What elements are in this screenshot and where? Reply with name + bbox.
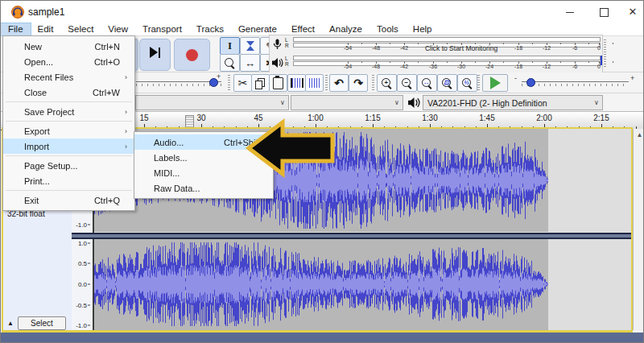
- play-speed-icon: [490, 76, 501, 89]
- scroll-up-icon[interactable]: ▲: [634, 131, 644, 138]
- envelope-tool-button[interactable]: [240, 37, 260, 55]
- zoom-out-button[interactable]: −: [397, 74, 417, 92]
- file-menu-item-export[interactable]: Export›: [3, 123, 134, 138]
- highlight-arrow: [241, 116, 339, 182]
- menubar-item-effect[interactable]: Effect: [284, 23, 322, 35]
- file-menu-item-import[interactable]: Import›: [3, 138, 134, 154]
- monitoring-hint-text[interactable]: Click to Start Monitoring: [425, 44, 497, 52]
- file-menu-item-recent-files[interactable]: Recent Files›: [3, 69, 134, 85]
- timeshift-icon: ↔: [245, 57, 255, 69]
- trim-audio-icon: [291, 78, 303, 88]
- mixer-slider-knob[interactable]: [209, 78, 218, 87]
- menubar-item-select[interactable]: Select: [60, 23, 101, 35]
- file-menu-item-new[interactable]: NewCtrl+N: [3, 39, 134, 54]
- meter-scale-label: -48: [372, 64, 380, 69]
- playback-meter-cursor: [601, 56, 602, 65]
- meter-channel-label: L: [285, 37, 288, 43]
- meter-scale-label: 0: [597, 45, 601, 51]
- menu-separator: [6, 155, 132, 156]
- vertical-scrollbar[interactable]: ▲: [633, 129, 644, 330]
- record-icon: [186, 49, 198, 61]
- amplitude-label: 0.5: [78, 260, 90, 267]
- file-menu-item-save-project[interactable]: Save Project›: [3, 104, 134, 119]
- silence-audio-icon: [309, 78, 320, 88]
- zoom-in-button[interactable]: +: [377, 74, 397, 92]
- meter-scale-label: -18: [514, 64, 522, 69]
- menu-item-label: Save Project: [3, 107, 120, 117]
- playback-device-speaker-icon: [407, 97, 420, 109]
- menubar-item-transport[interactable]: Transport: [135, 23, 189, 35]
- fit-selection-button[interactable]: ↔: [417, 74, 437, 92]
- zoom-toggle-button[interactable]: ½: [457, 74, 477, 92]
- selection-tool-button[interactable]: I: [220, 37, 240, 55]
- close-button[interactable]: ✕: [621, 4, 644, 20]
- record-button[interactable]: [174, 39, 210, 71]
- skip-end-bar-icon: [159, 48, 160, 58]
- submenu-arrow-icon: ›: [125, 108, 134, 116]
- zoom-tool-button[interactable]: [220, 54, 240, 72]
- file-menu-item-page-setup[interactable]: Page Setup...: [3, 158, 134, 173]
- menu-item-label: Export: [3, 126, 120, 136]
- undo-icon: ↶: [334, 76, 344, 89]
- track-select-button[interactable]: Select: [18, 316, 66, 330]
- meter-bar-track: [293, 37, 601, 42]
- speed-slider-knob[interactable]: [526, 78, 535, 87]
- amplitude-label: -1.0: [76, 322, 90, 329]
- waveform-right-channel[interactable]: [93, 239, 631, 330]
- meter-channel-label: R: [285, 43, 289, 48]
- paste-button[interactable]: [269, 74, 287, 92]
- undo-button[interactable]: ↶: [329, 74, 349, 92]
- trim-audio-button[interactable]: [287, 74, 306, 92]
- menubar-item-analyze[interactable]: Analyze: [322, 23, 369, 35]
- menubar-item-tools[interactable]: Tools: [369, 23, 406, 35]
- copy-icon: [255, 78, 266, 89]
- cut-button[interactable]: ✂: [233, 74, 252, 92]
- file-menu-item-close[interactable]: CloseCtrl+W: [3, 85, 134, 100]
- skip-to-end-button[interactable]: [139, 39, 171, 71]
- speed-slider-track[interactable]: [522, 84, 629, 86]
- menubar-item-help[interactable]: Help: [406, 23, 440, 35]
- menubar-item-edit[interactable]: Edit: [31, 23, 61, 35]
- meter-scale-label: -18: [514, 45, 522, 51]
- channel-separator[interactable]: [72, 233, 631, 239]
- playback-meter[interactable]: LR-54-48-42-36-30-24-18-12-60: [270, 54, 601, 72]
- collapse-track-button[interactable]: ▲: [5, 319, 16, 328]
- recording-channels-dropdown[interactable]: ∨: [291, 95, 403, 110]
- meter-bar-track: [293, 56, 601, 60]
- magnifier-icon: −: [402, 78, 412, 89]
- timeshift-tool-button[interactable]: ↔: [240, 54, 260, 72]
- file-menu-item-exit[interactable]: ExitCtrl+Q: [3, 192, 134, 208]
- menu-item-label: Page Setup...: [3, 161, 120, 171]
- amplitude-label: 0.0: [78, 281, 90, 288]
- minimize-button[interactable]: [558, 4, 582, 20]
- recording-meter[interactable]: LR-54-48-42-18-12-60Click to Start Monit…: [270, 35, 601, 54]
- mixer-slider-track[interactable]: [136, 84, 221, 86]
- chevron-down-icon: ∨: [391, 99, 402, 106]
- meter-scale-label: -30: [457, 64, 465, 69]
- playback-device-dropdown[interactable]: VA2201-FHD (2- High Definition ∨: [423, 95, 603, 110]
- import-submenu-item-raw-data[interactable]: Raw Data...: [134, 180, 273, 196]
- silence-audio-button[interactable]: [305, 74, 324, 92]
- play-at-speed-button[interactable]: [482, 74, 508, 92]
- amplitude-label: -1.0: [76, 221, 90, 229]
- menubar-item-view[interactable]: View: [101, 23, 135, 35]
- bottom-strip: [1, 333, 644, 343]
- fit-project-button[interactable]: ⊡: [437, 74, 457, 92]
- menu-item-label: Import: [3, 142, 120, 151]
- recording-device-dropdown[interactable]: ∨: [135, 95, 289, 110]
- magnifier-icon: ↔: [422, 78, 432, 89]
- redo-button[interactable]: ↷: [349, 74, 368, 92]
- amplitude-label: -0.5: [76, 302, 90, 309]
- file-menu-item-open[interactable]: Open...Ctrl+O: [3, 54, 134, 69]
- maximize-button[interactable]: [592, 4, 616, 20]
- menubar-item-generate[interactable]: Generate: [231, 23, 284, 35]
- chevron-down-icon: ∨: [277, 99, 288, 106]
- menu-item-shortcut: Ctrl+O: [94, 57, 125, 67]
- menubar-item-file[interactable]: File: [1, 23, 31, 35]
- file-menu-item-print[interactable]: Print...: [3, 173, 134, 188]
- menubar-item-tracks[interactable]: Tracks: [189, 23, 231, 35]
- magnifier-icon: ⊡: [442, 78, 452, 89]
- speed-plus-label: +: [630, 74, 634, 82]
- copy-button[interactable]: [251, 74, 270, 92]
- meter-scale-label: -54: [344, 45, 352, 51]
